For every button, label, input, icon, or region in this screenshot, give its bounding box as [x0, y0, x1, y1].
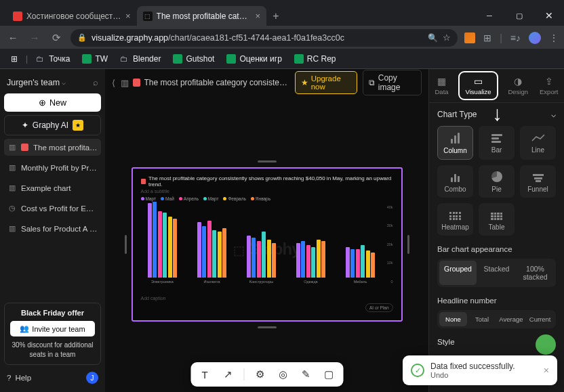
legend-item[interactable]: Май [161, 196, 174, 201]
bar[interactable] [366, 251, 370, 277]
chart-type-heatmap[interactable]: Heatmap [437, 203, 473, 236]
invite-button[interactable]: 👥Invite your team [10, 321, 95, 336]
bookmark-item[interactable]: 🗀Blender [116, 52, 165, 66]
bookmark-item[interactable]: 🗀Точка [32, 52, 74, 66]
chart-caption[interactable]: Add caption [141, 296, 393, 301]
profile-avatar[interactable] [529, 32, 541, 44]
resize-handle[interactable] [258, 326, 277, 328]
tab-visualize[interactable]: ▭Visualize [458, 71, 499, 100]
bar[interactable] [321, 241, 325, 277]
team-selector[interactable]: Jurgen's team ⌵ ⌕ [4, 74, 101, 90]
browser-tab[interactable]: Хостинговое сообщество «Tin × [7, 6, 137, 26]
segment-option[interactable]: Current [526, 312, 554, 326]
extensions-button[interactable]: ⊞ [483, 32, 491, 43]
chart-type-line[interactable]: Line [520, 126, 556, 160]
playlist-icon[interactable]: ≡♪ [510, 32, 521, 43]
forward-button[interactable]: → [27, 32, 42, 43]
resize-handle[interactable] [258, 160, 277, 162]
legend-item[interactable]: Январь [251, 196, 270, 201]
bar[interactable] [356, 249, 360, 278]
close-window-button[interactable]: ✕ [534, 5, 564, 26]
maximize-button[interactable]: ▢ [504, 5, 534, 26]
tab-data[interactable]: ▦Data [433, 73, 451, 98]
bar[interactable] [317, 240, 321, 278]
zoom-icon[interactable]: 🔍 [428, 33, 438, 43]
close-icon[interactable]: × [125, 11, 131, 21]
apps-button[interactable]: ⊞ [7, 52, 22, 66]
bar[interactable] [306, 245, 310, 278]
help-icon[interactable]: ? [7, 374, 11, 382]
legend-item[interactable]: Апрель [179, 196, 199, 201]
bar[interactable] [173, 219, 177, 278]
copy-image-button[interactable]: ⧉Copy image [363, 70, 422, 95]
new-button[interactable]: ⊕New [4, 93, 101, 112]
tab-export[interactable]: ⇪Export [538, 73, 560, 98]
pencil-tool[interactable]: ✎ [298, 367, 313, 382]
bar[interactable] [371, 253, 375, 277]
chart-title-breadcrumb[interactable]: ▥ The most profitable category consisten… [121, 78, 289, 88]
segment-option[interactable]: Stacked [478, 261, 515, 285]
chart-type-column[interactable]: Column [437, 126, 473, 160]
back-button[interactable]: ← [5, 32, 20, 43]
legend-item[interactable]: Март [203, 196, 219, 201]
segment-option[interactable]: 100% stacked [517, 261, 554, 285]
bar[interactable] [262, 232, 266, 277]
segment-option[interactable]: Average [498, 312, 525, 326]
bar[interactable] [168, 217, 172, 278]
canvas[interactable]: The most profitable category consistentl… [105, 96, 428, 392]
settings-tool[interactable]: ⚙ [252, 367, 267, 382]
fab-button[interactable] [536, 334, 556, 355]
extension-icon[interactable] [464, 32, 475, 43]
chart-type-funnel[interactable]: Funnel [520, 165, 556, 198]
target-tool[interactable]: ◎ [275, 367, 290, 382]
segment-option[interactable]: Grouped [439, 261, 477, 285]
star-icon[interactable]: ☆ [443, 32, 451, 43]
user-avatar[interactable]: J [86, 372, 98, 384]
new-tab-button[interactable]: + [266, 7, 285, 26]
graphy-ai-button[interactable]: ✦Graphy AI★ [4, 115, 101, 135]
bar[interactable] [350, 249, 355, 278]
bar[interactable] [163, 213, 167, 277]
segment-option[interactable]: None [439, 312, 467, 326]
chart-type-combo[interactable]: Combo [437, 165, 473, 198]
sidebar-item[interactable]: ▥Sales for Product A hav... [4, 220, 101, 237]
chart-subtitle[interactable]: Add a subtitle [141, 189, 393, 194]
chart-type-bar[interactable]: Bar [479, 126, 515, 160]
sidebar-item[interactable]: ▥Monthly Profit by Produ... [4, 159, 101, 176]
chart-type-table[interactable]: Table [479, 203, 515, 236]
tab-design[interactable]: ◑Design [506, 73, 530, 98]
bookmark-item[interactable]: RC Rep [290, 52, 340, 66]
bookmark-item[interactable]: Оценки игр [222, 52, 285, 66]
bar[interactable] [222, 228, 226, 278]
resize-handle[interactable] [125, 235, 127, 254]
legend-item[interactable]: Март [141, 196, 157, 201]
bar[interactable] [148, 203, 152, 277]
bar[interactable] [207, 221, 212, 278]
bar[interactable] [361, 245, 365, 278]
bar[interactable] [346, 247, 350, 278]
bar[interactable] [251, 238, 256, 278]
bar[interactable] [257, 241, 261, 277]
bookmark-item[interactable]: Gutshot [169, 52, 218, 66]
sidebar-item[interactable]: ▥The most profitable ... [4, 139, 101, 156]
chart-title[interactable]: The most profitable category consistentl… [141, 175, 393, 188]
collapse-icon[interactable]: ⟨ [112, 78, 115, 88]
bar[interactable] [158, 211, 162, 278]
legend-item[interactable]: Февраль [223, 196, 245, 201]
bar[interactable] [218, 232, 222, 277]
bar[interactable] [267, 240, 271, 278]
chart-card[interactable]: The most profitable category consistentl… [132, 167, 403, 322]
shape-tool[interactable]: ▢ [321, 367, 336, 382]
arrow-tool[interactable]: ↗ [220, 367, 235, 382]
segment-option[interactable]: Total [468, 312, 496, 326]
text-tool[interactable]: T [197, 367, 212, 382]
bar[interactable] [311, 247, 315, 278]
bookmark-item[interactable]: TW [78, 52, 112, 66]
bar[interactable] [272, 243, 276, 277]
bar[interactable] [197, 222, 201, 277]
ai-chip[interactable]: AI or Plan [365, 303, 393, 312]
sidebar-item[interactable]: ◷Cost vs Profit for Each ... [4, 200, 101, 217]
bar[interactable] [212, 230, 216, 278]
minimize-button[interactable]: ─ [475, 5, 504, 26]
url-input[interactable]: 🔒 visualize.graphy.app/chart/acaea181-cf… [70, 29, 458, 47]
